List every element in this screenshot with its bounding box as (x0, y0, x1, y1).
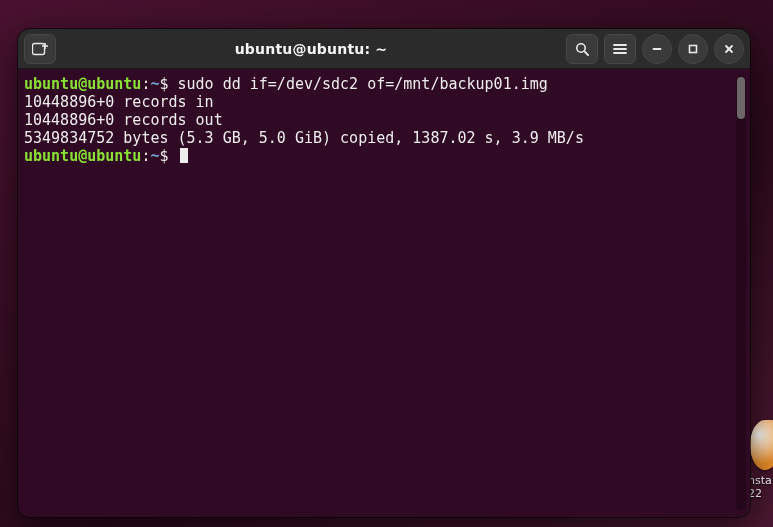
svg-rect-0 (33, 44, 45, 55)
terminal-body[interactable]: ubuntu@ubuntu:~$ sudo dd if=/dev/sdc2 of… (18, 69, 750, 517)
maximize-icon (687, 43, 699, 55)
svg-rect-9 (690, 46, 697, 53)
scrollbar-thumb[interactable] (737, 77, 745, 119)
window-title: ubuntu@ubuntu: ~ (56, 41, 566, 57)
minimize-icon (651, 43, 663, 55)
prompt-userhost: ubuntu@ubuntu (24, 75, 141, 93)
search-button[interactable] (566, 34, 598, 64)
new-tab-icon (32, 42, 48, 56)
close-icon (723, 43, 735, 55)
minimize-button[interactable] (642, 34, 672, 64)
terminal-output: ubuntu@ubuntu:~$ sudo dd if=/dev/sdc2 of… (24, 75, 732, 511)
desktop-install-icon: nsta 22 (748, 420, 773, 510)
hamburger-icon (613, 43, 627, 55)
maximize-button[interactable] (678, 34, 708, 64)
svg-line-4 (584, 51, 588, 55)
menu-button[interactable] (604, 34, 636, 64)
prompt-sigil: $ (159, 147, 168, 165)
close-button[interactable] (714, 34, 744, 64)
cd-icon (750, 420, 773, 470)
scrollbar[interactable] (736, 75, 746, 511)
command-text: sudo dd if=/dev/sdc2 of=/mnt/backup01.im… (178, 75, 548, 93)
cursor (180, 148, 188, 163)
output-line: 5349834752 bytes (5.3 GB, 5.0 GiB) copie… (24, 129, 584, 147)
terminal-window: ubuntu@ubuntu: ~ (18, 29, 750, 517)
output-line: 10448896+0 records out (24, 111, 223, 129)
prompt-sigil: $ (159, 75, 168, 93)
desktop-icon-label: nsta 22 (748, 474, 773, 500)
titlebar: ubuntu@ubuntu: ~ (18, 29, 750, 69)
new-tab-button[interactable] (24, 34, 56, 64)
search-icon (575, 42, 589, 56)
prompt-userhost: ubuntu@ubuntu (24, 147, 141, 165)
output-line: 10448896+0 records in (24, 93, 214, 111)
